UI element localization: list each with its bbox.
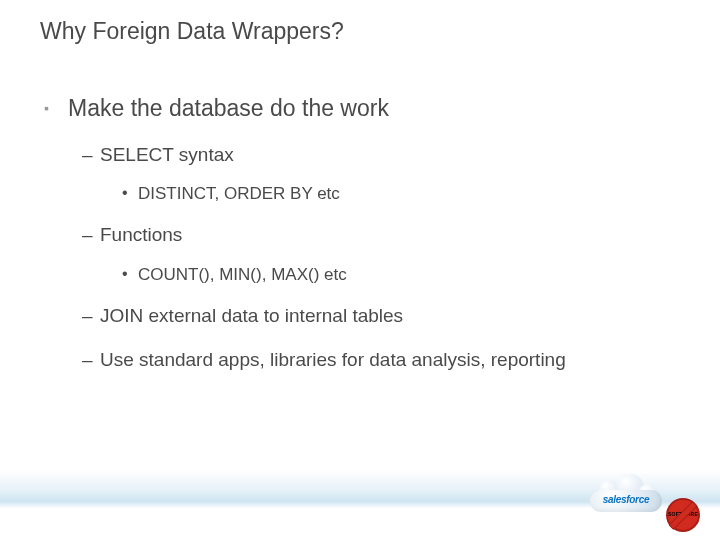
- logo-text: salesforce: [594, 494, 658, 505]
- bullet-level2: – JOIN external data to internal tables: [40, 301, 680, 331]
- dot-bullet-icon: •: [122, 265, 128, 283]
- bullet-text: Make the database do the work: [68, 95, 389, 121]
- slide-title: Why Foreign Data Wrappers?: [40, 18, 344, 45]
- cloud-icon: salesforce: [584, 474, 670, 516]
- square-bullet-icon: ▪: [44, 101, 49, 115]
- bullet-level2: – Functions: [40, 220, 680, 250]
- bullet-text: Functions: [100, 224, 182, 245]
- salesforce-logo: salesforce SOFTWARE: [584, 474, 694, 530]
- dash-bullet-icon: –: [82, 140, 93, 170]
- bullet-level1: ▪ Make the database do the work: [40, 95, 680, 122]
- bullet-level2: – Use standard apps, libraries for data …: [40, 345, 680, 375]
- bullet-level2: – SELECT syntax: [40, 140, 680, 170]
- bullet-text: COUNT(), MIN(), MAX() etc: [138, 265, 347, 284]
- bullet-text: Use standard apps, libraries for data an…: [100, 349, 566, 370]
- bullet-level3: • COUNT(), MIN(), MAX() etc: [40, 265, 680, 285]
- dash-bullet-icon: –: [82, 345, 93, 375]
- dash-bullet-icon: –: [82, 220, 93, 250]
- bullet-text: JOIN external data to internal tables: [100, 305, 403, 326]
- bullet-level3: • DISTINCT, ORDER BY etc: [40, 184, 680, 204]
- dot-bullet-icon: •: [122, 184, 128, 202]
- dash-bullet-icon: –: [82, 301, 93, 331]
- bullet-text: SELECT syntax: [100, 144, 234, 165]
- bullet-text: DISTINCT, ORDER BY etc: [138, 184, 340, 203]
- no-software-badge-icon: SOFTWARE: [666, 498, 700, 532]
- slide-content: ▪ Make the database do the work – SELECT…: [40, 95, 680, 390]
- slide: Why Foreign Data Wrappers? ▪ Make the da…: [0, 0, 720, 540]
